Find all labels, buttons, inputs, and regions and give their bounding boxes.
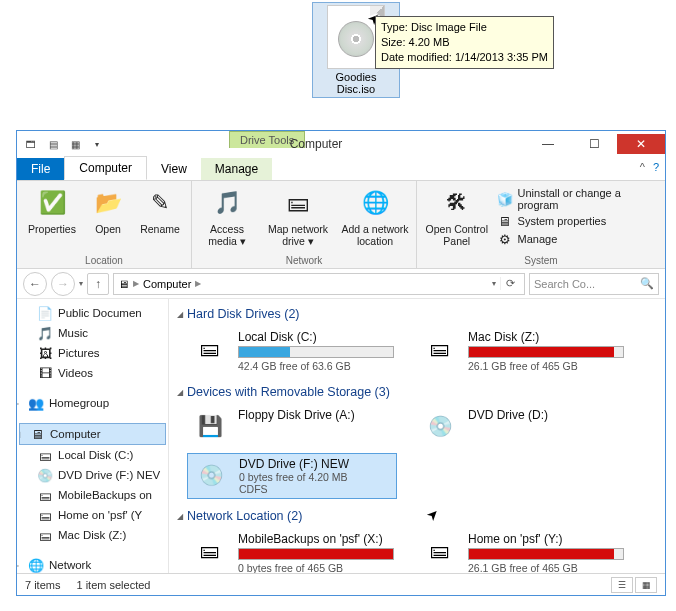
qat-properties-icon[interactable]: ▤ <box>43 135 63 153</box>
map-drive-icon: 🖴 <box>280 185 316 221</box>
open-button[interactable]: 📂 Open <box>87 183 129 235</box>
status-bar: 7 items 1 item selected ☰ ▦ <box>17 573 665 595</box>
refresh-button[interactable]: ⟳ <box>500 277 520 290</box>
tab-view[interactable]: View <box>147 158 201 180</box>
iso-tooltip: Type: Disc Image File Size: 4.20 MB Date… <box>375 16 554 69</box>
details-view-button[interactable]: ☰ <box>611 577 633 593</box>
ribbon-group-location: ✅ Properties 📂 Open ✎ Rename Location <box>17 181 192 268</box>
drive-floppy-a[interactable]: 💾 Floppy Disk Drive (A:) <box>187 405 397 447</box>
sidebar-item-music[interactable]: 🎵Music <box>17 323 168 343</box>
sidebar-item-dvd-drive-f[interactable]: 💿DVD Drive (F:) NEV <box>17 465 168 485</box>
drive-dvd-d[interactable]: 💿 DVD Drive (D:) <box>417 405 627 447</box>
status-item-count: 7 items <box>25 579 60 591</box>
ribbon: ✅ Properties 📂 Open ✎ Rename Location 🎵 … <box>17 181 665 269</box>
category-network-location[interactable]: ◢Network Location (2) <box>177 505 657 527</box>
dvd-rom-icon: 💿 <box>191 457 231 493</box>
dvd-icon: 💿 <box>420 408 460 444</box>
system-properties-button[interactable]: 🖥System properties <box>497 213 659 229</box>
drive-icon: 🖴 <box>190 330 230 366</box>
drive-local-disk-c[interactable]: 🖴 Local Disk (C:) 42.4 GB free of 63.6 G… <box>187 327 397 375</box>
group-label-location: Location <box>23 254 185 268</box>
qat-newfolder-icon[interactable]: ▦ <box>65 135 85 153</box>
breadcrumb[interactable]: 🖥 ▶ Computer ▶ ▾ ⟳ <box>113 273 525 295</box>
floppy-icon: 💾 <box>190 408 230 444</box>
properties-button[interactable]: ✅ Properties <box>23 183 81 235</box>
help-icon[interactable]: ? <box>653 161 659 173</box>
address-dropdown-icon[interactable]: ▾ <box>492 279 496 288</box>
sidebar-item-public-documents[interactable]: 📄Public Documen <box>17 303 168 323</box>
icons-view-button[interactable]: ▦ <box>635 577 657 593</box>
network-drive-icon: 🖴 <box>420 532 460 568</box>
sidebar-item-computer[interactable]: ◢🖥Computer <box>19 423 166 445</box>
drive-icon: 🖴 <box>420 330 460 366</box>
category-hard-disk-drives[interactable]: ◢Hard Disk Drives (2) <box>177 303 657 325</box>
ribbon-tabs: File Computer View Manage ^ ? <box>17 157 665 181</box>
usage-bar <box>468 346 624 358</box>
sidebar-item-mac-disk[interactable]: 🖴Mac Disk (Z:) <box>17 525 168 545</box>
system-menu-icon[interactable]: 🗔 <box>21 135 41 153</box>
sidebar-item-home-psf[interactable]: 🖴Home on 'psf' (Y <box>17 505 168 525</box>
chevron-right-icon[interactable]: ▷ <box>17 399 23 408</box>
network-drive-icon: 🖴 <box>37 507 53 523</box>
network-drive-icon: 🖴 <box>37 487 53 503</box>
tab-computer[interactable]: Computer <box>64 156 147 180</box>
music-icon: 🎵 <box>37 325 53 341</box>
access-media-button[interactable]: 🎵 Access media ▾ <box>198 183 256 247</box>
manage-button[interactable]: ⚙Manage <box>497 231 659 247</box>
pictures-icon: 🖼 <box>37 345 53 361</box>
chevron-down-icon: ◢ <box>177 512 183 521</box>
drive-mac-disk-z[interactable]: 🖴 Mac Disk (Z:) 26.1 GB free of 465 GB <box>417 327 627 375</box>
sidebar-item-pictures[interactable]: 🖼Pictures <box>17 343 168 363</box>
network-drive-icon: 🖴 <box>37 527 53 543</box>
open-control-panel-button[interactable]: 🛠 Open Control Panel <box>423 183 491 247</box>
drive-mobilebackups-x[interactable]: 🖴 MobileBackups on 'psf' (X:) 0 bytes fr… <box>187 529 397 573</box>
map-network-drive-button[interactable]: 🖴 Map network drive ▾ <box>262 183 334 247</box>
homegroup-icon: 👥 <box>28 395 44 411</box>
media-icon: 🎵 <box>209 185 245 221</box>
status-selected-count: 1 item selected <box>76 579 150 591</box>
iso-filename: Goodies Disc.iso <box>315 71 397 95</box>
forward-button[interactable]: → <box>51 272 75 296</box>
chevron-down-icon: ◢ <box>177 388 183 397</box>
content-pane: ◢Hard Disk Drives (2) 🖴 Local Disk (C:) … <box>169 299 665 573</box>
minimize-button[interactable]: — <box>525 134 571 154</box>
collapse-ribbon-icon[interactable]: ^ <box>640 161 645 173</box>
breadcrumb-computer[interactable]: Computer <box>143 278 191 290</box>
tab-file[interactable]: File <box>17 158 64 180</box>
uninstall-program-button[interactable]: 🧊Uninstall or change a program <box>497 187 659 211</box>
maximize-button[interactable]: ☐ <box>571 134 617 154</box>
search-input[interactable]: Search Co... 🔍 <box>529 273 659 295</box>
category-removable-storage[interactable]: ◢Devices with Removable Storage (3) <box>177 381 657 403</box>
sidebar-item-mobilebackups[interactable]: 🖴MobileBackups on <box>17 485 168 505</box>
back-button[interactable]: ← <box>23 272 47 296</box>
sidebar-item-local-disk-c[interactable]: 🖴Local Disk (C:) <box>17 445 168 465</box>
ribbon-group-system: 🛠 Open Control Panel 🧊Uninstall or chang… <box>417 181 665 268</box>
folder-icon: 📄 <box>37 305 53 321</box>
tab-manage[interactable]: Manage <box>201 158 272 180</box>
add-network-location-button[interactable]: 🌐 Add a network location <box>340 183 410 247</box>
network-icon: 🌐 <box>28 557 44 573</box>
titlebar: 🗔 ▤ ▦ ▾ Drive Tools Computer — ☐ ✕ <box>17 131 665 157</box>
qat-dropdown-icon[interactable]: ▾ <box>87 135 107 153</box>
drive-dvd-f[interactable]: 💿 DVD Drive (F:) NEW 0 bytes free of 4.2… <box>187 453 397 499</box>
drive-home-psf-y[interactable]: 🖴 Home on 'psf' (Y:) 26.1 GB free of 465… <box>417 529 627 573</box>
close-button[interactable]: ✕ <box>617 134 665 154</box>
videos-icon: 🎞 <box>37 365 53 381</box>
recent-locations-icon[interactable]: ▾ <box>79 279 83 288</box>
chevron-right-icon[interactable]: ▶ <box>195 279 201 288</box>
tooltip-size: Size: 4.20 MB <box>381 35 548 50</box>
sidebar-item-network[interactable]: ▷🌐Network <box>17 555 168 573</box>
up-button[interactable]: ↑ <box>87 273 109 295</box>
computer-icon: 🖥 <box>29 426 45 442</box>
rename-button[interactable]: ✎ Rename <box>135 183 185 235</box>
chevron-right-icon[interactable]: ▶ <box>133 279 139 288</box>
sidebar-item-homegroup[interactable]: ▷👥Homegroup <box>17 393 168 413</box>
sidebar-item-videos[interactable]: 🎞Videos <box>17 363 168 383</box>
search-placeholder: Search Co... <box>534 278 595 290</box>
chevron-down-icon[interactable]: ◢ <box>19 430 24 439</box>
manage-icon: ⚙ <box>497 231 513 247</box>
tooltip-type: Type: Disc Image File <box>381 20 548 35</box>
group-label-network: Network <box>198 254 410 268</box>
chevron-right-icon[interactable]: ▷ <box>17 561 23 570</box>
computer-icon: 🖥 <box>118 278 129 290</box>
